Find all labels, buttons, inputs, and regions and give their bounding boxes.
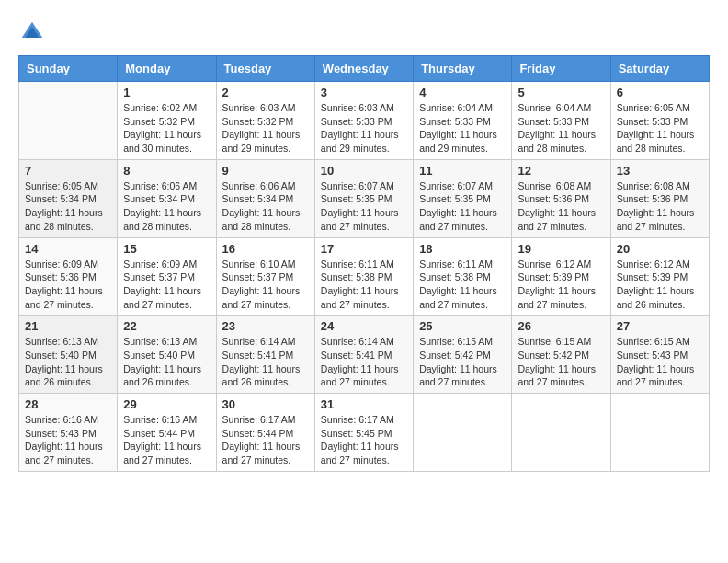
day-number: 30 (222, 397, 309, 411)
day-info: Sunrise: 6:13 AM Sunset: 5:40 PM Dayligh… (123, 335, 210, 389)
calendar-cell: 13Sunrise: 6:08 AM Sunset: 5:36 PM Dayli… (610, 159, 709, 237)
calendar-cell (414, 394, 512, 472)
calendar-cell: 10Sunrise: 6:07 AM Sunset: 5:35 PM Dayli… (314, 159, 413, 237)
day-number: 21 (25, 319, 111, 333)
calendar-cell (610, 394, 709, 472)
calendar-cell: 9Sunrise: 6:06 AM Sunset: 5:34 PM Daylig… (216, 159, 314, 237)
day-number: 11 (419, 164, 506, 178)
day-number: 5 (518, 86, 604, 99)
calendar-cell: 18Sunrise: 6:11 AM Sunset: 5:38 PM Dayli… (414, 237, 512, 316)
day-number: 15 (123, 242, 210, 256)
day-of-week-header: Monday (118, 56, 216, 82)
calendar-cell: 28Sunrise: 6:16 AM Sunset: 5:43 PM Dayli… (19, 394, 118, 472)
calendar-cell: 30Sunrise: 6:17 AM Sunset: 5:44 PM Dayli… (216, 394, 314, 472)
day-info: Sunrise: 6:15 AM Sunset: 5:43 PM Dayligh… (617, 335, 703, 389)
calendar-cell (512, 394, 610, 472)
day-info: Sunrise: 6:08 AM Sunset: 5:36 PM Dayligh… (617, 179, 703, 234)
day-info: Sunrise: 6:14 AM Sunset: 5:41 PM Dayligh… (222, 335, 309, 389)
day-info: Sunrise: 6:07 AM Sunset: 5:35 PM Dayligh… (419, 179, 506, 234)
logo (18, 18, 50, 46)
day-info: Sunrise: 6:04 AM Sunset: 5:33 PM Dayligh… (518, 101, 604, 155)
day-number: 17 (321, 242, 407, 256)
day-info: Sunrise: 6:12 AM Sunset: 5:39 PM Dayligh… (518, 258, 604, 312)
day-info: Sunrise: 6:17 AM Sunset: 5:45 PM Dayligh… (321, 413, 407, 467)
day-info: Sunrise: 6:02 AM Sunset: 5:32 PM Dayligh… (123, 101, 210, 155)
calendar-cell: 8Sunrise: 6:06 AM Sunset: 5:34 PM Daylig… (118, 159, 216, 237)
day-info: Sunrise: 6:11 AM Sunset: 5:38 PM Dayligh… (419, 258, 506, 312)
day-info: Sunrise: 6:04 AM Sunset: 5:33 PM Dayligh… (419, 101, 506, 155)
day-info: Sunrise: 6:03 AM Sunset: 5:32 PM Dayligh… (222, 101, 309, 155)
day-info: Sunrise: 6:05 AM Sunset: 5:33 PM Dayligh… (617, 101, 703, 155)
calendar-cell: 4Sunrise: 6:04 AM Sunset: 5:33 PM Daylig… (414, 82, 512, 160)
day-info: Sunrise: 6:11 AM Sunset: 5:38 PM Dayligh… (321, 258, 407, 312)
calendar-header-row: SundayMondayTuesdayWednesdayThursdayFrid… (19, 56, 710, 82)
calendar-cell: 20Sunrise: 6:12 AM Sunset: 5:39 PM Dayli… (610, 237, 709, 316)
day-of-week-header: Tuesday (216, 56, 314, 82)
calendar-cell: 19Sunrise: 6:12 AM Sunset: 5:39 PM Dayli… (512, 237, 610, 316)
day-number: 28 (25, 397, 111, 411)
day-of-week-header: Friday (512, 56, 610, 82)
calendar-cell: 6Sunrise: 6:05 AM Sunset: 5:33 PM Daylig… (610, 82, 709, 160)
day-info: Sunrise: 6:07 AM Sunset: 5:35 PM Dayligh… (321, 179, 407, 234)
day-info: Sunrise: 6:17 AM Sunset: 5:44 PM Dayligh… (222, 413, 309, 467)
day-number: 10 (321, 164, 407, 178)
logo-icon (18, 18, 46, 46)
calendar-week-row: 7Sunrise: 6:05 AM Sunset: 5:34 PM Daylig… (19, 159, 710, 237)
day-info: Sunrise: 6:08 AM Sunset: 5:36 PM Dayligh… (518, 179, 604, 234)
day-info: Sunrise: 6:10 AM Sunset: 5:37 PM Dayligh… (222, 258, 309, 312)
day-info: Sunrise: 6:14 AM Sunset: 5:41 PM Dayligh… (321, 335, 407, 389)
day-number: 23 (222, 319, 309, 333)
day-number: 2 (222, 86, 309, 99)
day-number: 8 (123, 164, 210, 178)
calendar-cell: 15Sunrise: 6:09 AM Sunset: 5:37 PM Dayli… (118, 237, 216, 316)
calendar-cell: 29Sunrise: 6:16 AM Sunset: 5:44 PM Dayli… (118, 394, 216, 472)
day-info: Sunrise: 6:16 AM Sunset: 5:43 PM Dayligh… (25, 413, 111, 467)
day-info: Sunrise: 6:12 AM Sunset: 5:39 PM Dayligh… (617, 258, 703, 312)
day-number: 26 (518, 319, 604, 333)
page-header (18, 18, 710, 46)
day-number: 1 (123, 86, 210, 99)
calendar-cell: 2Sunrise: 6:03 AM Sunset: 5:32 PM Daylig… (216, 82, 314, 160)
calendar-week-row: 21Sunrise: 6:13 AM Sunset: 5:40 PM Dayli… (19, 316, 710, 394)
day-info: Sunrise: 6:16 AM Sunset: 5:44 PM Dayligh… (123, 413, 210, 467)
day-number: 24 (321, 319, 407, 333)
calendar-cell: 3Sunrise: 6:03 AM Sunset: 5:33 PM Daylig… (314, 82, 413, 160)
day-number: 12 (518, 164, 604, 178)
calendar-cell: 26Sunrise: 6:15 AM Sunset: 5:42 PM Dayli… (512, 316, 610, 394)
day-number: 3 (321, 86, 407, 99)
day-number: 16 (222, 242, 309, 256)
day-info: Sunrise: 6:13 AM Sunset: 5:40 PM Dayligh… (25, 335, 111, 389)
calendar-cell: 23Sunrise: 6:14 AM Sunset: 5:41 PM Dayli… (216, 316, 314, 394)
day-number: 20 (617, 242, 703, 256)
day-of-week-header: Sunday (19, 56, 118, 82)
calendar-cell: 21Sunrise: 6:13 AM Sunset: 5:40 PM Dayli… (19, 316, 118, 394)
day-info: Sunrise: 6:05 AM Sunset: 5:34 PM Dayligh… (25, 179, 111, 234)
day-number: 31 (321, 397, 407, 411)
calendar-cell: 31Sunrise: 6:17 AM Sunset: 5:45 PM Dayli… (314, 394, 413, 472)
day-number: 22 (123, 319, 210, 333)
day-number: 27 (617, 319, 703, 333)
calendar-cell: 17Sunrise: 6:11 AM Sunset: 5:38 PM Dayli… (314, 237, 413, 316)
day-of-week-header: Thursday (414, 56, 512, 82)
day-info: Sunrise: 6:06 AM Sunset: 5:34 PM Dayligh… (222, 179, 309, 234)
day-number: 4 (419, 86, 506, 99)
day-info: Sunrise: 6:09 AM Sunset: 5:36 PM Dayligh… (25, 258, 111, 312)
calendar-cell: 11Sunrise: 6:07 AM Sunset: 5:35 PM Dayli… (414, 159, 512, 237)
calendar-week-row: 14Sunrise: 6:09 AM Sunset: 5:36 PM Dayli… (19, 237, 710, 316)
day-number: 7 (25, 164, 111, 178)
calendar-cell: 7Sunrise: 6:05 AM Sunset: 5:34 PM Daylig… (19, 159, 118, 237)
day-number: 6 (617, 86, 703, 99)
calendar-cell: 16Sunrise: 6:10 AM Sunset: 5:37 PM Dayli… (216, 237, 314, 316)
calendar-cell: 27Sunrise: 6:15 AM Sunset: 5:43 PM Dayli… (610, 316, 709, 394)
day-info: Sunrise: 6:15 AM Sunset: 5:42 PM Dayligh… (419, 335, 506, 389)
day-of-week-header: Saturday (610, 56, 709, 82)
calendar-cell: 12Sunrise: 6:08 AM Sunset: 5:36 PM Dayli… (512, 159, 610, 237)
calendar-cell: 24Sunrise: 6:14 AM Sunset: 5:41 PM Dayli… (314, 316, 413, 394)
calendar-week-row: 1Sunrise: 6:02 AM Sunset: 5:32 PM Daylig… (19, 82, 710, 160)
day-number: 18 (419, 242, 506, 256)
calendar-week-row: 28Sunrise: 6:16 AM Sunset: 5:43 PM Dayli… (19, 394, 710, 472)
calendar-table: SundayMondayTuesdayWednesdayThursdayFrid… (18, 55, 710, 472)
calendar-cell: 25Sunrise: 6:15 AM Sunset: 5:42 PM Dayli… (414, 316, 512, 394)
day-number: 29 (123, 397, 210, 411)
calendar-cell: 14Sunrise: 6:09 AM Sunset: 5:36 PM Dayli… (19, 237, 118, 316)
